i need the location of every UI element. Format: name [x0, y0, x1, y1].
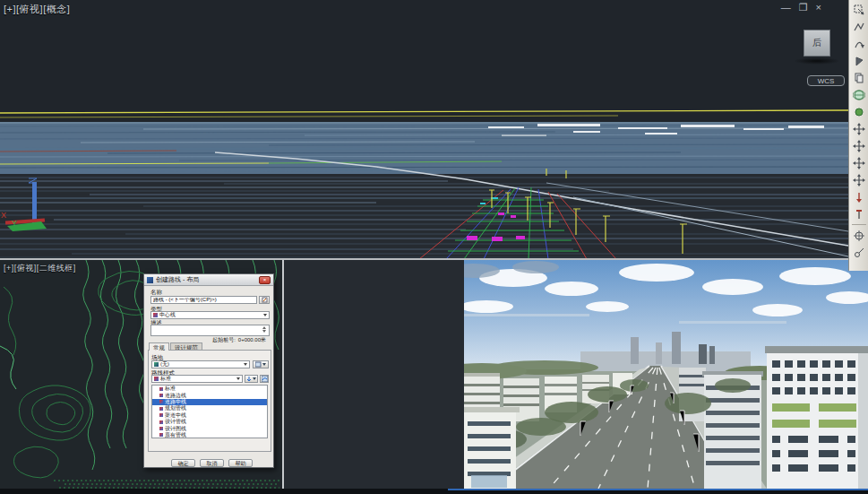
curve-arrow-icon[interactable]	[851, 36, 867, 51]
style-item-icon	[159, 394, 163, 397]
application-window: X Y [+][俯视][概念] — ❐ × 后 WCS [+][俯	[0, 0, 868, 494]
ok-button[interactable]: 确定	[171, 459, 195, 467]
ucs-y-label: Y	[12, 219, 17, 228]
close-icon[interactable]: ×	[816, 2, 821, 13]
pan-arrows-icon[interactable]	[851, 121, 867, 136]
empty-panel	[284, 260, 464, 489]
viewcube-shadow	[794, 57, 840, 65]
polyline-icon[interactable]	[851, 19, 867, 34]
dialog-close-icon[interactable]: ×	[259, 276, 271, 284]
name-template-button[interactable]	[259, 296, 270, 304]
wcs-dropdown[interactable]: WCS	[807, 75, 845, 86]
style-item-icon	[159, 427, 163, 430]
style-item-icon	[159, 420, 163, 424]
viewport-rendered-road[interactable]	[464, 260, 868, 489]
style-item-icon	[159, 400, 163, 403]
tab-general[interactable]: 常规	[149, 342, 169, 351]
cancel-button[interactable]: 取消	[200, 459, 224, 467]
site-icon	[154, 362, 159, 367]
style-icon	[154, 377, 159, 381]
rendered-scene	[464, 260, 868, 489]
dialog-title: 创建路线 - 布局	[156, 275, 259, 284]
bottom-blue-line	[448, 489, 868, 490]
survey-point-icon[interactable]	[851, 245, 867, 260]
station-value: 0+000.00米	[238, 337, 266, 342]
dialog-titlebar[interactable]: 创建路线 - 布局 ×	[144, 274, 273, 286]
pan-arrows-icon[interactable]	[851, 155, 867, 170]
list-item-label: 原有管线	[165, 431, 186, 438]
site-dropdown[interactable]: (无)	[151, 360, 250, 368]
station-row: 起始桩号:0+000.00米	[212, 336, 266, 344]
navigation-toolbar	[848, 0, 868, 271]
site-value: (无)	[160, 360, 169, 368]
style-options-list: 标准 道路边线 道路中线 规划管线 渠道中线 设计管线 设计图线 原有管线	[151, 385, 268, 438]
lamp-post-icon[interactable]	[851, 206, 867, 221]
style-value: 标准	[160, 375, 171, 383]
sphere-icon[interactable]	[851, 104, 867, 119]
name-input[interactable]	[153, 298, 254, 303]
minimize-icon[interactable]: —	[781, 2, 791, 13]
bottom-edge-strip	[0, 489, 868, 494]
select-window-icon[interactable]	[851, 2, 867, 17]
toolbar-separator	[852, 224, 866, 225]
site-picker-split-button[interactable]	[253, 360, 269, 368]
viewport-divider-vertical[interactable]	[282, 260, 284, 489]
chevron-down-icon	[244, 363, 247, 366]
viewport-perspective[interactable]: X Y [+][俯视][概念] — ❐ × 后 WCS	[0, 0, 848, 259]
viewcube[interactable]: 后	[804, 30, 830, 56]
pan-arrows-icon[interactable]	[851, 138, 867, 153]
style-preview-button[interactable]	[260, 375, 269, 383]
general-tab-panel: 场地 (无) 路线样式 标准 标准 道路	[148, 350, 271, 452]
centerline-type-icon	[153, 313, 158, 317]
dialog-app-icon	[147, 277, 153, 283]
style-item-icon	[159, 413, 163, 417]
flag-icon[interactable]	[851, 53, 867, 68]
ucs-x-label: X	[1, 211, 6, 220]
type-value: 中心线	[159, 311, 176, 319]
style-edit-split-button[interactable]	[245, 375, 258, 383]
style-item-icon	[159, 387, 163, 391]
list-item[interactable]: 原有管线	[152, 432, 267, 438]
name-field-wrap	[150, 296, 257, 304]
wireframe-scene: X Y	[0, 0, 848, 259]
description-scroll[interactable]	[262, 326, 266, 333]
restore-icon[interactable]: ❐	[799, 2, 808, 13]
scroll-down-icon[interactable]	[262, 330, 266, 333]
marker-arrow-icon[interactable]	[851, 189, 867, 204]
window-controls: — ❐ ×	[781, 2, 821, 13]
pan-arrows-icon[interactable]	[851, 172, 867, 187]
scroll-up-icon[interactable]	[262, 326, 266, 329]
viewport-divider-horizontal[interactable]	[0, 258, 848, 260]
style-item-icon	[159, 407, 163, 411]
style-item-icon	[159, 433, 163, 437]
station-label: 起始桩号:	[212, 337, 236, 342]
description-textarea[interactable]	[150, 325, 270, 336]
style-dropdown[interactable]: 标准	[151, 375, 243, 383]
help-button[interactable]: 帮助	[228, 459, 253, 467]
viewport-label-top[interactable]: [+][俯视][概念]	[4, 3, 70, 16]
chevron-down-icon	[263, 314, 267, 316]
type-dropdown[interactable]: 中心线	[150, 311, 270, 319]
copy-pages-icon[interactable]	[851, 70, 867, 85]
chevron-down-icon	[236, 377, 240, 380]
globe-icon[interactable]	[851, 87, 867, 102]
axis-target-icon[interactable]	[851, 228, 867, 243]
create-alignment-dialog: 创建路线 - 布局 × 名称 类型 中心线 描述 起始桩号:0+000.00米 …	[143, 273, 274, 468]
